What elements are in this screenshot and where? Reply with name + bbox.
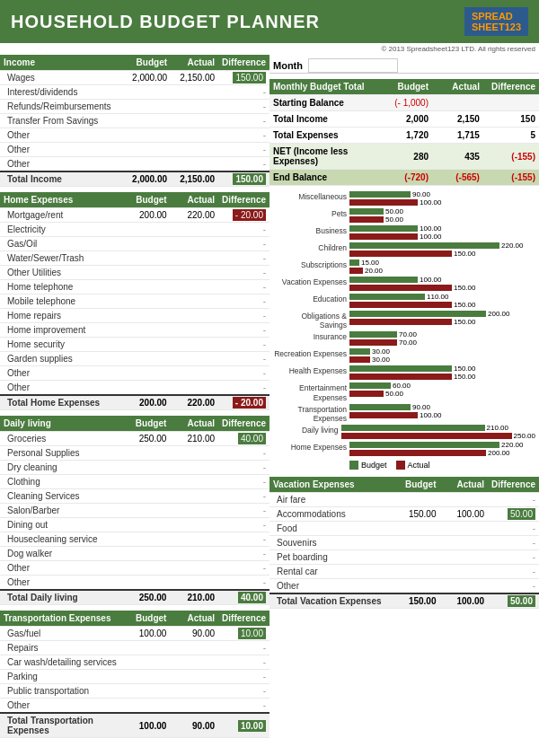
bar-budget bbox=[349, 294, 425, 300]
total-diff-badge: 40.00 bbox=[238, 592, 266, 603]
chart-label: Health Expenses bbox=[273, 365, 349, 375]
logo: SPREAD SHEET123 bbox=[464, 7, 528, 36]
table-row: Garden supplies- bbox=[0, 352, 270, 366]
bar-actual bbox=[349, 233, 418, 240]
home-header: Home Expenses Budget Actual Difference bbox=[0, 192, 270, 208]
legend-budget: Budget bbox=[349, 461, 387, 470]
chart-row: Children220.00150.00 bbox=[273, 242, 535, 258]
income-table: Income Budget Actual Difference Wages 2,… bbox=[0, 55, 270, 187]
home-expenses-table: Home Expenses Budget Actual Difference M… bbox=[0, 192, 270, 410]
table-row: Other- bbox=[0, 128, 270, 143]
bar-actual-value: 20.00 bbox=[365, 267, 383, 275]
chart-label: Daily living bbox=[273, 424, 341, 435]
bar-budget-value: 100.00 bbox=[420, 276, 441, 284]
diff-badge: 150.00 bbox=[233, 72, 266, 84]
chart-label: Miscellaneous bbox=[273, 190, 349, 201]
bar-budget-value: 90.00 bbox=[412, 403, 430, 411]
monthly-header: Monthly Budget Total Budget Actual Diffe… bbox=[270, 79, 539, 95]
bar-budget bbox=[349, 191, 411, 198]
chart-bars: 70.0070.00 bbox=[349, 330, 535, 347]
bar-actual bbox=[349, 374, 452, 380]
bar-budget-value: 15.00 bbox=[361, 259, 379, 267]
income-total-row: Total Income 2,000.00 2,150.00 150.00 bbox=[0, 171, 270, 187]
monthly-budget-table: Monthly Budget Total Budget Actual Diffe… bbox=[270, 79, 539, 186]
bar-budget bbox=[349, 311, 486, 317]
table-row: Water/Sewer/Trash- bbox=[0, 251, 270, 266]
chart-bars: 30.0030.00 bbox=[349, 347, 535, 364]
table-row: Other- bbox=[0, 366, 270, 381]
chart-label: Home Expenses bbox=[273, 441, 349, 452]
page-title: HOUSEHOLD BUDGET PLANNER bbox=[11, 12, 320, 32]
chart-row: Daily living210.00250.00 bbox=[273, 424, 535, 440]
bar-budget bbox=[349, 208, 384, 215]
chart-label: Subscriptions bbox=[273, 259, 349, 269]
table-row: Groceries 250.00 210.00 40.00 bbox=[0, 432, 270, 446]
table-row: Cleaning Services- bbox=[0, 489, 270, 504]
table-row: Wages 2,000.00 2,150.00 150.00 bbox=[0, 71, 270, 85]
chart-bars: 90.00100.00 bbox=[349, 403, 535, 419]
transport-total-row: Total Transportation Expenses 100.00 90.… bbox=[0, 713, 270, 738]
diff-badge: 40.00 bbox=[238, 433, 266, 444]
table-row: Public transportation- bbox=[0, 684, 270, 699]
bar-budget bbox=[349, 277, 418, 283]
vacation-section: Vacation Expenses Budget Actual Differen… bbox=[270, 477, 539, 609]
table-row: Personal Supplies- bbox=[0, 446, 270, 461]
chart-bars: 210.00250.00 bbox=[341, 424, 535, 440]
bar-budget bbox=[349, 348, 370, 355]
table-row: Parking- bbox=[0, 670, 270, 684]
table-row: Mortgage/rent 200.00 220.00 - 20.00 bbox=[0, 208, 270, 223]
transport-header: Transportation Expenses Budget Actual Di… bbox=[0, 611, 270, 627]
table-row: Interest/dividends- bbox=[0, 85, 270, 100]
daily-living-table: Daily living Budget Actual Difference Gr… bbox=[0, 416, 270, 605]
table-row: Other- bbox=[0, 157, 270, 172]
table-row: Home improvement- bbox=[0, 323, 270, 338]
chart-row: Miscellaneous90.00100.00 bbox=[273, 190, 535, 207]
chart-bars: 220.00150.00 bbox=[349, 242, 535, 258]
bar-budget bbox=[349, 225, 418, 232]
bar-actual bbox=[349, 319, 452, 325]
chart-bars: 220.00200.00 bbox=[349, 441, 535, 457]
bar-actual-value: 150.00 bbox=[454, 250, 475, 258]
table-row: Housecleaning service- bbox=[0, 532, 270, 547]
bar-actual-value: 150.00 bbox=[454, 373, 475, 381]
table-row: Electricity- bbox=[0, 223, 270, 237]
bar-budget bbox=[349, 242, 499, 249]
table-row: Other- bbox=[0, 381, 270, 396]
table-row: Air fare- bbox=[270, 493, 539, 507]
bar-budget-value: 220.00 bbox=[501, 441, 523, 449]
bar-actual-value: 250.00 bbox=[514, 432, 535, 440]
copyright: © 2013 Spreadsheet123 LTD. All rights re… bbox=[0, 43, 539, 55]
bar-actual-value: 150.00 bbox=[454, 318, 475, 326]
chart-label: Vacation Expenses bbox=[273, 276, 349, 286]
bar-budget-value: 30.00 bbox=[372, 347, 390, 356]
table-row: Other Utilities- bbox=[0, 266, 270, 280]
bar-actual bbox=[349, 199, 418, 206]
chart-row: Education110.00150.00 bbox=[273, 293, 535, 309]
logo-line2: SHEET bbox=[472, 22, 505, 32]
bar-budget-value: 220.00 bbox=[501, 242, 523, 250]
table-row: Home repairs- bbox=[0, 309, 270, 323]
bar-actual-value: 30.00 bbox=[372, 356, 390, 364]
table-row: Repairs- bbox=[0, 641, 270, 655]
bar-budget bbox=[349, 365, 452, 372]
table-row: Total Income 2,000 2,150 150 bbox=[270, 111, 539, 127]
diff-badge: - 20.00 bbox=[233, 209, 266, 221]
chart-label: Obligations & Savings bbox=[273, 310, 349, 330]
vacation-header: Vacation Expenses Budget Actual Differen… bbox=[270, 477, 539, 493]
chart-legend: BudgetActual bbox=[349, 461, 535, 470]
bar-budget bbox=[349, 259, 359, 266]
income-actual-header: Actual bbox=[171, 55, 218, 71]
table-row: Pet boarding- bbox=[270, 550, 539, 565]
income-diff-header: Difference bbox=[218, 55, 270, 71]
month-input[interactable] bbox=[308, 58, 398, 73]
table-row: Dry cleaning- bbox=[0, 461, 270, 475]
bar-actual-value: 100.00 bbox=[420, 233, 441, 241]
bar-budget-value: 100.00 bbox=[420, 224, 441, 233]
chart-bars: 200.00150.00 bbox=[349, 310, 535, 326]
table-row: Refunds/Reimbursements- bbox=[0, 100, 270, 114]
home-total-row: Total Home Expenses 200.00 220.00 - 20.0… bbox=[0, 395, 270, 410]
daily-header: Daily living Budget Actual Difference bbox=[0, 416, 270, 432]
legend-actual-box bbox=[396, 461, 405, 470]
table-row: Car wash/detailing services- bbox=[0, 655, 270, 670]
chart-row: Home Expenses220.00200.00 bbox=[273, 441, 535, 457]
